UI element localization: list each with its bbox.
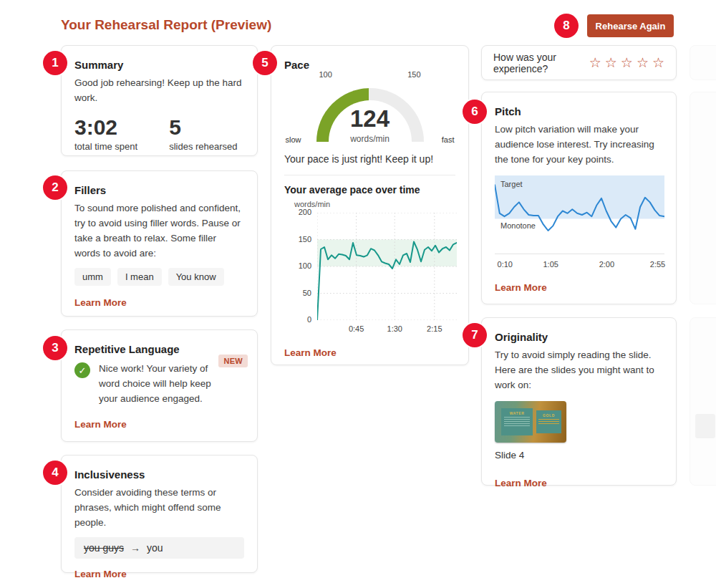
- summary-title: Summary: [74, 59, 244, 71]
- star-icon[interactable]: ☆: [589, 56, 601, 69]
- thumbnail-gold-panel: GOLD: [536, 410, 561, 433]
- experience-rating-card: How was your experience? ☆☆☆☆☆: [481, 45, 677, 80]
- pace-card: Pace 100 150 124 words/min slow fast You…: [271, 45, 469, 365]
- originality-learn-more-link[interactable]: Learn More: [495, 478, 547, 488]
- annotation-badge-5: 5: [253, 51, 277, 75]
- pace-unit: words/min: [309, 134, 431, 144]
- checkmark-icon: ✓: [74, 362, 90, 378]
- cutoff-card-ghost: [690, 45, 716, 80]
- annotation-badge-3: 3: [43, 336, 67, 360]
- star-rating: ☆☆☆☆☆: [586, 56, 664, 69]
- y-tick-label: 150: [284, 235, 311, 244]
- repetitive-language-card: Repetitive Language NEW ✓ Nice work! You…: [61, 329, 258, 442]
- originality-body: Try to avoid simply reading the slide. H…: [495, 347, 663, 392]
- rehearsal-report-page: Your Rehearsal Report (Preview) Rehearse…: [0, 0, 716, 588]
- annotation-badge-1: 1: [43, 51, 67, 75]
- target-band-label: Target: [500, 180, 523, 188]
- filler-chip: You know: [168, 268, 224, 286]
- thumbnail-water-title: WATER: [501, 411, 533, 415]
- divider: [284, 175, 455, 175]
- filler-word-chips: ummI meanYou know: [74, 268, 244, 286]
- fillers-learn-more-link[interactable]: Learn More: [74, 297, 127, 308]
- slide-caption: Slide 4: [495, 450, 663, 461]
- originality-title: Originality: [495, 331, 663, 343]
- thumbnail-water-panel: WATER: [501, 408, 533, 435]
- pace-line-chart: 050100150200 0:451:302:15: [284, 208, 455, 342]
- cutoff-card-ghost: [690, 92, 716, 304]
- y-tick-label: 200: [284, 208, 311, 216]
- cutoff-thumbnail-ghost: [695, 414, 715, 438]
- pace-title: Pace: [284, 59, 455, 71]
- pace-gauge: 100 150 124 words/min slow fast: [309, 81, 431, 142]
- x-tick-label: 2:15: [427, 324, 442, 333]
- x-tick-label: 2:55: [650, 260, 665, 269]
- experience-question: How was your experience?: [493, 52, 579, 74]
- annotation-badge-7: 7: [463, 323, 487, 347]
- gauge-tick-high: 150: [407, 70, 420, 79]
- slides-rehearsed-label: slides rehearsed: [169, 141, 237, 152]
- pace-feedback: Your pace is just right! Keep it up!: [284, 153, 455, 165]
- slides-rehearsed-value: 5: [169, 115, 237, 140]
- filler-chip: I mean: [117, 268, 162, 286]
- new-badge: NEW: [218, 355, 248, 367]
- pace-chart-title: Your average pace over time: [284, 184, 455, 196]
- thumbnail-gold-title: GOLD: [536, 413, 561, 418]
- pitch-title: Pitch: [495, 105, 663, 117]
- total-time-value: 3:02: [74, 115, 137, 140]
- annotation-badge-2: 2: [43, 175, 67, 200]
- pace-chart-plot: [317, 213, 457, 320]
- y-tick-label: 100: [284, 261, 311, 270]
- pace-chart-ylabel: words/min: [294, 200, 455, 208]
- annotation-badge-4: 4: [43, 461, 67, 485]
- gauge-tick-low: 100: [319, 70, 332, 79]
- annotation-badge-8: 8: [554, 14, 579, 38]
- x-tick-label: 1:05: [543, 260, 558, 269]
- rehearse-again-button[interactable]: Rehearse Again: [587, 14, 674, 37]
- inclusiveness-card: Inclusiveness Consider avoiding these te…: [61, 455, 258, 573]
- repetitive-language-title: Repetitive Language: [74, 343, 244, 355]
- repetitive-language-body: Nice work! Your variety of word choice w…: [99, 361, 226, 406]
- summary-stats: 3:02 total time spent 5 slides rehearsed: [74, 115, 244, 152]
- inclusiveness-learn-more-link[interactable]: Learn More: [74, 569, 127, 579]
- star-icon[interactable]: ☆: [605, 56, 617, 69]
- pitch-learn-more-link[interactable]: Learn More: [495, 282, 547, 293]
- inclusiveness-title: Inclusiveness: [74, 468, 244, 481]
- pitch-line-chart: Target Monotone 0:101:052:002:55: [495, 175, 663, 272]
- fillers-card: Fillers To sound more polished and confi…: [61, 170, 258, 317]
- suggested-term: you: [147, 542, 163, 554]
- monotone-label: Monotone: [500, 221, 536, 230]
- pace-value: 124: [309, 105, 431, 132]
- arrow-right-icon: →: [130, 542, 140, 554]
- annotation-badge-6: 6: [463, 100, 487, 124]
- slide-4-thumbnail[interactable]: WATER GOLD: [495, 401, 566, 443]
- star-icon[interactable]: ☆: [652, 56, 664, 69]
- repetitive-feedback-row: ✓ Nice work! Your variety of word choice…: [74, 361, 244, 406]
- x-tick-label: 2:00: [599, 260, 614, 269]
- inclusiveness-body: Consider avoiding these terms or phrases…: [74, 485, 244, 530]
- star-icon[interactable]: ☆: [637, 56, 649, 69]
- originality-card: Originality Try to avoid simply reading …: [481, 317, 677, 486]
- term-suggestion-box: you guys→you: [74, 537, 244, 559]
- x-tick-label: 1:30: [387, 324, 402, 333]
- gauge-label-slow: slow: [286, 135, 301, 144]
- summary-card: Summary Good job rehearsing! Keep up the…: [61, 45, 258, 156]
- gauge-label-fast: fast: [442, 135, 455, 144]
- x-tick-label: 0:10: [498, 260, 513, 269]
- summary-body: Good job rehearsing! Keep up the hard wo…: [74, 75, 244, 105]
- filler-chip: umm: [74, 268, 111, 286]
- y-tick-label: 50: [284, 289, 311, 297]
- repetitive-learn-more-link[interactable]: Learn More: [74, 419, 127, 430]
- total-time-stat: 3:02 total time spent: [74, 115, 137, 152]
- y-tick-label: 0: [284, 315, 311, 324]
- cutoff-card-ghost: [690, 317, 716, 486]
- pace-learn-more-link[interactable]: Learn More: [284, 347, 337, 358]
- total-time-label: total time spent: [74, 141, 137, 152]
- flagged-term: you guys: [84, 542, 124, 554]
- slides-rehearsed-stat: 5 slides rehearsed: [169, 115, 237, 152]
- page-title: Your Rehearsal Report (Preview): [61, 17, 271, 33]
- star-icon[interactable]: ☆: [621, 56, 633, 69]
- pitch-card: Pitch Low pitch variation will make your…: [481, 92, 677, 304]
- fillers-body: To sound more polished and confident, tr…: [74, 201, 244, 261]
- x-tick-label: 0:45: [349, 324, 364, 333]
- fillers-title: Fillers: [74, 184, 244, 196]
